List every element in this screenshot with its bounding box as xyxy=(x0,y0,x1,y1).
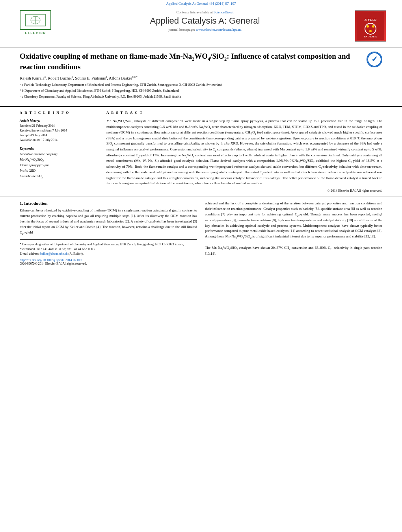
doi-url[interactable]: http://dx.doi.org/10.1016/j.apcata.2014.… xyxy=(20,258,82,262)
abstract-label: A B S T R A C T xyxy=(106,111,382,116)
header-top: ELSEVIER Contents lists available at Sci… xyxy=(16,10,386,42)
keywords-list: Oxidative methane coupling Mn-Na2WO4/SiO… xyxy=(20,152,99,179)
footnote-corresponding: * Corresponding author at: Department of… xyxy=(20,242,197,252)
crossmark-svg: ✓ xyxy=(367,52,382,67)
footnote-email-address[interactable]: baiker@chem.ethz.ch xyxy=(40,252,68,256)
footnote-email: E-mail address: baiker@chem.ethz.ch (A. … xyxy=(20,252,197,256)
keywords-label: Keywords: xyxy=(20,146,99,150)
elsevier-logo-svg xyxy=(24,12,47,28)
main-right: achieved and the lack of a complete unde… xyxy=(205,201,382,266)
article-title: Oxidative coupling of methane on flame-m… xyxy=(20,52,367,72)
affiliations: a a Particle Technology Laboratory, Depa… xyxy=(20,82,382,99)
affiliation-a: a a Particle Technology Laboratory, Depa… xyxy=(20,82,382,87)
affiliation-c: c c Chemistry Department, Faculty of Sci… xyxy=(20,94,382,99)
catalysis-logo-svg: APPLIED CATALYSIS xyxy=(357,12,384,40)
issn-line: 0926-860X/© 2014 Elsevier B.V. All right… xyxy=(20,262,197,265)
keyword-5: Cristobalite SiO2 xyxy=(20,174,99,180)
article-title-row: Oxidative coupling of methane on flame-m… xyxy=(20,52,382,72)
article-info-label: A R T I C L E I N F O xyxy=(20,111,99,116)
contents-available: Contents lists available at ScienceDirec… xyxy=(63,10,347,14)
keyword-1: Oxidative methane coupling xyxy=(20,152,99,157)
section1-right-text: achieved and the lack of a complete unde… xyxy=(205,201,382,257)
received-revised-line: Received in revised form 7 July 2014 xyxy=(20,128,99,133)
homepage-url[interactable]: www.elsevier.com/locate/apcata xyxy=(196,28,242,32)
doi-line: http://dx.doi.org/10.1016/j.apcata.2014.… xyxy=(20,258,197,262)
main-left: 1. Introduction Ethene can be synthesize… xyxy=(20,201,197,266)
elsevier-logo-box xyxy=(20,10,51,30)
elsevier-logo: ELSEVIER xyxy=(16,10,55,35)
keyword-2: Mn-Na2WO4/SiO2 xyxy=(20,157,99,163)
volume-info-text: Applied Catalysis A: General 484 (2014) … xyxy=(166,2,236,6)
footnote-section: * Corresponding author at: Department of… xyxy=(20,239,197,256)
page: Applied Catalysis A: General 484 (2014) … xyxy=(0,0,402,532)
main-content: 1. Introduction Ethene can be synthesize… xyxy=(0,197,402,270)
crossmark-logo: ✓ xyxy=(367,52,382,67)
copyright-line: © 2014 Elsevier B.V. All rights reserved… xyxy=(106,189,382,193)
svg-text:✓: ✓ xyxy=(371,55,378,63)
received-line: Received 21 February 2014 xyxy=(20,124,99,128)
catalysis-logo: APPLIED CATALYSIS xyxy=(355,10,386,42)
sciencedirect-link[interactable]: ScienceDirect xyxy=(214,10,233,14)
section1-left-text: Ethene can be synthesized by oxidative c… xyxy=(20,208,197,236)
elsevier-label: ELSEVIER xyxy=(25,31,46,35)
header: ELSEVIER Contents lists available at Sci… xyxy=(0,7,402,48)
article-section: Oxidative coupling of methane on flame-m… xyxy=(0,48,402,107)
section1-heading: 1. Introduction xyxy=(20,201,197,206)
svg-text:APPLIED: APPLIED xyxy=(365,19,376,21)
available-line: Available online 17 July 2014 xyxy=(20,138,99,143)
keywords-group: Keywords: Oxidative methane coupling Mn-… xyxy=(20,146,99,179)
abstract-text: Mn-Na2WO4/SiO2 catalysts of different co… xyxy=(106,119,382,186)
abstract-col: A B S T R A C T Mn-Na2WO4/SiO2 catalysts… xyxy=(106,111,382,193)
svg-point-8 xyxy=(372,25,374,28)
header-center: Contents lists available at ScienceDirec… xyxy=(55,10,355,32)
accepted-line: Accepted 9 July 2014 xyxy=(20,133,99,138)
article-info-col: A R T I C L E I N F O Article history: R… xyxy=(20,111,99,193)
svg-point-7 xyxy=(367,25,369,28)
journal-title: Applied Catalysis A: General xyxy=(63,16,347,26)
keyword-4: In situ XRD xyxy=(20,168,99,174)
svg-point-9 xyxy=(369,30,372,32)
svg-text:CATALYSIS: CATALYSIS xyxy=(364,35,377,38)
history-label: Article history: xyxy=(20,119,99,122)
keyword-3: Flame spray pyrolysis xyxy=(20,163,99,168)
article-history-group: Article history: Received 21 February 20… xyxy=(20,119,99,143)
authors: Rajesh Koiralaa, Robert Büchela, Sotiris… xyxy=(20,75,382,80)
article-info-abstract: A R T I C L E I N F O Article history: R… xyxy=(0,107,402,197)
affiliation-b: b b Department of Chemistry and Applied … xyxy=(20,88,382,93)
journal-homepage: journal homepage: www.elsevier.com/locat… xyxy=(63,28,347,32)
volume-info: Applied Catalysis A: General 484 (2014) … xyxy=(0,0,402,6)
